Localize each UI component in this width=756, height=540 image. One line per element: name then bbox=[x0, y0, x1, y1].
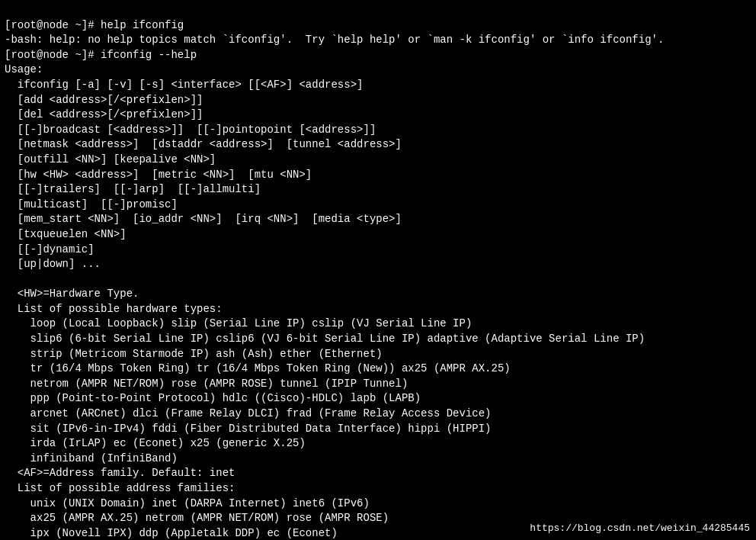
terminal-line: ppp (Point-to-Point Protocol) hdlc ((Cis… bbox=[5, 391, 751, 407]
terminal-line: unix (UNIX Domain) inet (DARPA Internet)… bbox=[5, 497, 751, 512]
terminal-line: [hw <HW> <address>] [metric <NN>] [mtu <… bbox=[5, 168, 751, 183]
terminal-line: sit (IPv6-in-IPv4) fddi (Fiber Distribut… bbox=[5, 422, 751, 437]
terminal-line: [add <address>[/<prefixlen>]] bbox=[5, 93, 751, 108]
terminal-line: [txqueuelen <NN>] bbox=[5, 227, 751, 243]
terminal-line: [[-]dynamic] bbox=[5, 243, 751, 258]
terminal-output: [root@node ~]# help ifconfig-bash: help:… bbox=[5, 3, 751, 540]
terminal-line: List of possible address families: bbox=[5, 481, 751, 497]
terminal-line: arcnet (ARCnet) dlci (Frame Relay DLCI) … bbox=[5, 407, 751, 422]
terminal-line: [root@node ~]# ifconfig --help bbox=[5, 48, 751, 63]
terminal-line: [[-]trailers] [[-]arp] [[-]allmulti] bbox=[5, 182, 751, 198]
terminal-line: tr (16/4 Mbps Token Ring) tr (16/4 Mbps … bbox=[5, 362, 751, 377]
terminal-line: [multicast] [[-]promisc] bbox=[5, 198, 751, 213]
terminal-line: slip6 (6-bit Serial Line IP) cslip6 (VJ … bbox=[5, 332, 751, 347]
terminal-line: ifconfig [-a] [-v] [-s] <interface> [[<A… bbox=[5, 78, 751, 93]
terminal-line: <HW>=Hardware Type. bbox=[5, 287, 751, 302]
terminal-line: strip (Metricom Starmode IP) ash (Ash) e… bbox=[5, 347, 751, 362]
terminal-line: infiniband (InfiniBand) bbox=[5, 452, 751, 467]
terminal-line: netrom (AMPR NET/ROM) rose (AMPR ROSE) t… bbox=[5, 377, 751, 392]
terminal-line: loop (Local Loopback) slip (Serial Line … bbox=[5, 317, 751, 332]
terminal-line bbox=[5, 272, 751, 288]
terminal-line: -bash: help: no help topics match `ifcon… bbox=[5, 33, 751, 48]
terminal-line: <AF>=Address family. Default: inet bbox=[5, 466, 751, 481]
terminal-line: List of possible hardware types: bbox=[5, 302, 751, 317]
terminal-line: [mem_start <NN>] [io_addr <NN>] [irq <NN… bbox=[5, 212, 751, 227]
terminal-line: [outfill <NN>] [keepalive <NN>] bbox=[5, 153, 751, 168]
watermark: https://blog.csdn.net/weixin_44285445 bbox=[530, 522, 750, 535]
terminal-line: irda (IrLAP) ec (Econet) x25 (generic X.… bbox=[5, 436, 751, 452]
terminal-line: [del <address>[/<prefixlen>]] bbox=[5, 108, 751, 123]
terminal-line: [root@node ~]# help ifconfig bbox=[5, 18, 751, 34]
terminal-line: [up|down] ... bbox=[5, 257, 751, 272]
terminal-line: Usage: bbox=[5, 63, 751, 78]
terminal-line: [[-]broadcast [<address>]] [[-]pointopoi… bbox=[5, 123, 751, 138]
terminal-line: [netmask <address>] [dstaddr <address>] … bbox=[5, 137, 751, 153]
